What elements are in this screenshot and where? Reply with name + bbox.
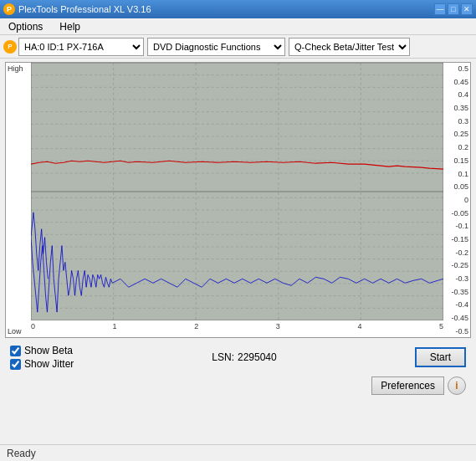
drive-dropdown[interactable]: HA:0 ID:1 PX-716A	[18, 38, 144, 56]
show-jitter-checkbox[interactable]	[10, 359, 21, 370]
drive-selector: P HA:0 ID:1 PX-716A	[3, 38, 144, 56]
bottom-controls: Show Beta Show Jitter LSN: 2295040 Start	[3, 341, 473, 373]
status-text: Ready	[7, 448, 36, 459]
chart-svg	[31, 63, 443, 320]
y-left-high: High	[8, 64, 29, 73]
info-icon: i	[455, 380, 458, 392]
show-beta-row: Show Beta	[10, 345, 74, 356]
chart-canvas	[31, 63, 443, 320]
app-icon: P	[3, 3, 15, 15]
chart-container: High Low 0.5 0.45 0.4 0.35 0.3 0.25 0.2 …	[5, 62, 471, 338]
y-axis-right: 0.5 0.45 0.4 0.35 0.3 0.25 0.2 0.15 0.1 …	[443, 63, 470, 337]
y-axis-left: High Low	[6, 63, 31, 337]
start-button[interactable]: Start	[415, 347, 466, 367]
checkboxes: Show Beta Show Jitter	[10, 345, 74, 370]
maximize-button[interactable]: □	[448, 3, 459, 15]
show-beta-label: Show Beta	[24, 345, 73, 356]
lsn-display: LSN: 2295040	[212, 351, 276, 363]
drive-icon: P	[3, 40, 17, 54]
minimize-button[interactable]: —	[434, 3, 446, 15]
menu-options[interactable]: Options	[3, 19, 48, 34]
menu-help[interactable]: Help	[54, 19, 85, 34]
test-dropdown[interactable]: Q-Check Beta/Jitter Test	[289, 38, 410, 56]
title-buttons[interactable]: — □ ✕	[434, 3, 473, 15]
show-jitter-label: Show Jitter	[24, 358, 74, 370]
close-button[interactable]: ✕	[461, 3, 473, 15]
show-beta-checkbox[interactable]	[10, 346, 21, 356]
menu-bar: Options Help	[0, 18, 476, 35]
show-jitter-row: Show Jitter	[10, 358, 74, 370]
status-bar: Ready	[0, 444, 476, 461]
info-button[interactable]: i	[448, 376, 466, 395]
title-bar: P PlexTools Professional XL V3.16 — □ ✕	[0, 0, 476, 18]
preferences-row: Preferences i	[3, 376, 473, 398]
button-area: Start	[415, 347, 466, 367]
lsn-label: LSN:	[212, 351, 234, 363]
y-left-low: Low	[8, 327, 29, 336]
preferences-button[interactable]: Preferences	[371, 376, 444, 395]
window-title: PlexTools Professional XL V3.16	[18, 4, 151, 14]
toolbar: P HA:0 ID:1 PX-716A DVD Diagnostic Funct…	[0, 35, 476, 59]
function-dropdown[interactable]: DVD Diagnostic Functions	[147, 38, 285, 56]
lsn-value: 2295040	[238, 351, 277, 363]
x-axis: 0 1 2 3 4 5	[31, 320, 443, 337]
title-bar-left: P PlexTools Professional XL V3.16	[3, 3, 151, 15]
main-content: High Low 0.5 0.45 0.4 0.35 0.3 0.25 0.2 …	[0, 59, 476, 402]
